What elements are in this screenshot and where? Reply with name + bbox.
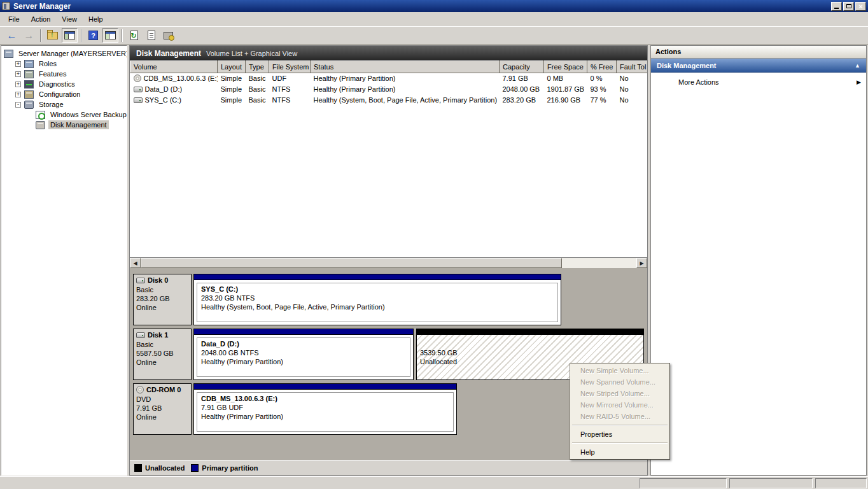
tree-item-roles[interactable]: +Roles	[1, 59, 127, 69]
disk-info-line: Online	[136, 358, 188, 367]
tree-item-server-manager-mayerserver-[interactable]: Server Manager (MAYERSERVER)	[1, 48, 127, 59]
column-header-layout[interactable]: Layout	[218, 61, 246, 73]
close-button[interactable]: ×	[855, 2, 866, 11]
app-icon	[2, 2, 10, 10]
volume-row[interactable]: CDB_MS_13.00.6.3 (E:)SimpleBasicUDFHealt…	[130, 73, 648, 84]
disk-settings-button[interactable]	[160, 28, 176, 43]
disk-info-line: Basic	[136, 285, 188, 294]
column-header-volume[interactable]: Volume	[130, 61, 218, 73]
roles-icon	[24, 60, 34, 68]
volume-cell: Basic	[246, 73, 269, 84]
tree-item-windows-server-backup[interactable]: Windows Server Backup	[1, 110, 127, 120]
restore-icon	[846, 4, 851, 8]
tree-item-storage[interactable]: -Storage	[1, 99, 127, 110]
disk-label[interactable]: Disk 0Basic283.20 GBOnline	[133, 274, 192, 325]
partition-color-strip	[194, 329, 413, 335]
menu-action[interactable]: Action	[25, 13, 57, 25]
disk-row-cd-rom-0: CD-ROM 0DVD7.91 GBOnlineCDB_MS_13.00.6.3…	[133, 383, 644, 435]
tree-item-label: Roles	[37, 59, 59, 68]
volume-name: Data_D (D:)	[145, 85, 183, 93]
tree-item-disk-management[interactable]: Disk Management	[1, 120, 127, 130]
scrollbar-track[interactable]	[141, 258, 636, 268]
tree-expander[interactable]: +	[15, 82, 21, 87]
menu-help[interactable]: Help	[83, 13, 109, 25]
context-menu-item-new-raid-5-volume-: New RAID-5 Volume...	[571, 411, 669, 422]
partition-block[interactable]: SYS_C (C:)283.20 GB NTFSHealthy (System,…	[193, 274, 561, 325]
tree-expander[interactable]: +	[15, 71, 21, 77]
context-menu-item-properties[interactable]: Properties	[571, 429, 669, 440]
legend-swatch	[191, 464, 199, 472]
back-icon: ←	[7, 31, 17, 40]
partition-details: SYS_C (C:)283.20 GB NTFSHealthy (System,…	[197, 283, 558, 322]
column-header-fault-tol[interactable]: Fault Tol	[617, 61, 648, 73]
tree-expander[interactable]: -	[15, 102, 21, 108]
horizontal-scrollbar[interactable]: ◀ ▶	[130, 257, 647, 268]
up-folder-button[interactable]	[45, 28, 60, 43]
volume-row[interactable]: Data_D (D:)SimpleBasicNTFSHealthy (Prima…	[130, 84, 648, 95]
context-menu-item-help[interactable]: Help	[571, 446, 669, 458]
column-header-free-space[interactable]: Free Space	[544, 61, 587, 73]
tree-item-configuration[interactable]: +Configuration	[1, 89, 127, 99]
show-console-tree-button[interactable]	[62, 28, 78, 43]
partition-area: SYS_C (C:)283.20 GB NTFSHealthy (System,…	[193, 274, 644, 325]
help-button[interactable]: ?	[85, 28, 101, 43]
scrollbar-thumb[interactable]	[141, 258, 562, 268]
tree-expander[interactable]: +	[15, 92, 21, 97]
disk-label[interactable]: Disk 1Basic5587.50 GBOnline	[133, 329, 192, 380]
menu-view[interactable]: View	[56, 13, 83, 25]
disk-name: CD-ROM 0	[136, 386, 188, 393]
menu-bar: FileActionViewHelp	[0, 12, 868, 27]
pane-header: Disk Management Volume List + Graphical …	[130, 46, 647, 60]
disk-label[interactable]: CD-ROM 0DVD7.91 GBOnline	[133, 383, 192, 435]
partition-color-strip	[417, 329, 643, 335]
show-action-pane-button[interactable]	[102, 28, 118, 43]
console-tree: Server Manager (MAYERSERVER)+Roles+Featu…	[1, 45, 127, 476]
column-header-file-system[interactable]: File System	[269, 61, 311, 73]
disk-icon	[136, 332, 145, 338]
volume-row[interactable]: SYS_C (C:)SimpleBasicNTFSHealthy (System…	[130, 95, 648, 106]
back-button[interactable]: ←	[4, 28, 20, 43]
volume-cell: No	[617, 95, 648, 106]
up-folder-icon	[47, 32, 58, 39]
toolbar-separator	[122, 29, 123, 42]
tree-item-label: Configuration	[37, 90, 82, 99]
volume-name: CDB_MS_13.00.6.3 (E:)	[144, 74, 218, 82]
refresh-button[interactable]	[126, 28, 142, 43]
volume-cell: SYS_C (C:)	[130, 95, 218, 106]
disk-name: Disk 1	[136, 331, 188, 339]
disk-info-line: DVD	[136, 395, 188, 404]
properties-button[interactable]	[143, 28, 159, 43]
partition-title: CDB_MS_13.00.6.3 (E:)	[201, 394, 449, 403]
partition-block[interactable]: Data_D (D:)2048.00 GB NTFSHealthy (Prima…	[193, 329, 414, 380]
column-header-status[interactable]: Status	[311, 61, 500, 73]
actions-pane: Actions Disk Management ▲ More Actions▶	[650, 45, 867, 476]
disk-info-line: Basic	[136, 340, 188, 349]
column-header--free[interactable]: % Free	[587, 61, 617, 73]
tree-item-diagnostics[interactable]: +Diagnostics	[1, 79, 127, 89]
column-header-capacity[interactable]: Capacity	[500, 61, 544, 73]
scroll-left-button[interactable]: ◀	[130, 258, 141, 268]
tree-expander[interactable]: +	[15, 61, 21, 67]
partition-status: Healthy (Primary Partition)	[201, 357, 406, 366]
partition-block[interactable]: CDB_MS_13.00.6.3 (E:)7.91 GB UDFHealthy …	[193, 383, 457, 435]
forward-button[interactable]: →	[21, 28, 37, 43]
volume-table: VolumeLayoutTypeFile SystemStatusCapacit…	[130, 60, 647, 106]
menu-separator	[572, 425, 668, 426]
volume-cell: NTFS	[269, 95, 311, 106]
pane-title: Disk Management	[136, 49, 206, 58]
tree-item-features[interactable]: +Features	[1, 69, 127, 79]
unallocated-size: 3539.50 GB	[420, 348, 643, 357]
minimize-button[interactable]	[831, 2, 842, 11]
actions-group-disk-management[interactable]: Disk Management ▲	[651, 59, 866, 73]
restore-button[interactable]	[843, 2, 854, 11]
action-item-more-actions[interactable]: More Actions▶	[651, 73, 866, 86]
partition-details: Data_D (D:)2048.00 GB NTFSHealthy (Prima…	[197, 337, 410, 377]
volume-name-cell: Data_D (D:)	[134, 85, 214, 93]
tree-item-label: Storage	[37, 100, 66, 109]
column-header-type[interactable]: Type	[246, 61, 269, 73]
scroll-right-button[interactable]: ▶	[636, 258, 647, 268]
legend-item-unallocated: Unallocated	[134, 464, 185, 472]
menu-file[interactable]: File	[3, 13, 25, 25]
collapse-icon[interactable]: ▲	[855, 62, 860, 69]
tree-item-label: Disk Management	[48, 120, 109, 129]
